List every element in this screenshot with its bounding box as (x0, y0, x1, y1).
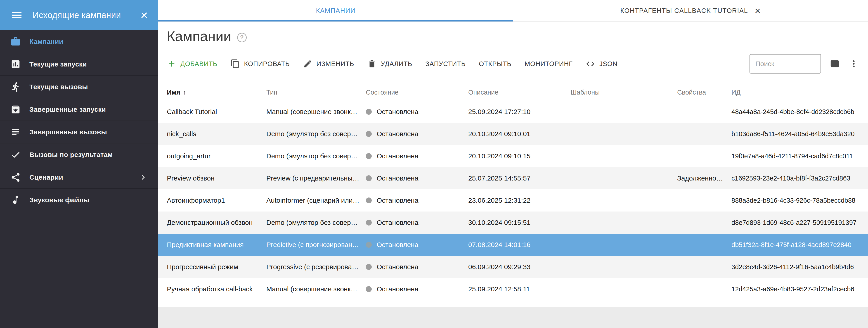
column-settings-icon[interactable] (830, 59, 840, 69)
app: { "glyphs": { "close": "×", "help": "?",… (0, 0, 868, 328)
add-button[interactable]: ДОБАВИТЬ (167, 59, 217, 68)
table-row[interactable]: nick_calls Demo (эмулятор без совер… Ост… (158, 123, 868, 145)
tab-bar: КАМПАНИИ КОНТРАГЕНТЫ CALLBACK TUTORIAL × (158, 0, 868, 22)
tab-campaigns[interactable]: КАМПАНИИ (158, 0, 513, 22)
table-row[interactable]: Callback Tutorial Manual (совершение зво… (158, 101, 868, 123)
cell-state: Остановлена (366, 285, 468, 293)
cell-type: Predictive (с прогнозирован… (266, 241, 366, 248)
button-label: ЗАПУСТИТЬ (425, 60, 466, 68)
search-input[interactable] (749, 54, 821, 73)
column-header-id[interactable]: ИД (732, 89, 861, 96)
status-text: Остановлена (377, 152, 418, 160)
cell-type: Manual (совершение звонк… (266, 285, 366, 293)
table-row[interactable]: Ручная обработка call-back Manual (совер… (158, 278, 868, 300)
status-text: Остановлена (377, 263, 418, 271)
chevron-right-icon (138, 173, 148, 182)
status-dot-icon (366, 198, 372, 203)
status-text: Остановлена (377, 130, 418, 138)
sidebar-item-current-calls[interactable]: Текущие вызовы (0, 76, 158, 98)
cell-id: d8e7d893-1d69-48c6-a227-509195191397 (732, 219, 861, 227)
status-text: Остановлена (377, 241, 418, 248)
sidebar-item-finished-calls[interactable]: Завершенные вызовы (0, 121, 158, 143)
hamburger-menu-icon[interactable] (10, 9, 23, 22)
column-header-type[interactable]: Тип (266, 89, 366, 96)
json-button[interactable]: JSON (586, 59, 618, 68)
check-icon (10, 150, 21, 160)
cell-type: Demo (эмулятор без совер… (266, 152, 366, 160)
cell-type: Progressive (с резервирова… (266, 263, 366, 271)
status-text: Остановлена (377, 108, 418, 116)
sidebar-item-scenarios[interactable]: Сценарии (0, 166, 158, 189)
column-header-state[interactable]: Состояние (366, 89, 468, 96)
table-row[interactable]: Демонстрационный обзвон Demo (эмулятор б… (158, 211, 868, 234)
tab-contractors-callback-tutorial[interactable]: КОНТРАГЕНТЫ CALLBACK TUTORIAL × (513, 0, 868, 22)
cell-description: 30.10.2024 09:15:51 (468, 219, 571, 227)
bar-chart-icon (10, 59, 21, 69)
table-row[interactable]: Автоинформатор1 Autoinformer (сценарий и… (158, 189, 868, 211)
status-text: Остановлена (377, 219, 418, 227)
status-dot-icon (366, 286, 372, 292)
delete-button[interactable]: УДАЛИТЬ (367, 59, 412, 68)
cell-type: Demo (эмулятор без совер… (266, 219, 366, 227)
cell-type: Manual (совершение звонк… (266, 108, 366, 116)
sidebar-item-current-runs[interactable]: Текущие запуски (0, 53, 158, 76)
cell-description: 23.06.2025 12:31:22 (468, 197, 571, 204)
copy-button[interactable]: КОПИРОВАТЬ (230, 59, 290, 68)
status-text: Остановлена (377, 174, 418, 182)
toolbar: ДОБАВИТЬ КОПИРОВАТЬ ИЗМЕНИТЬ УДАЛИТЬ ЗАП… (158, 44, 868, 73)
cell-id: 12d425a3-a69e-4b83-9527-2d23af2cecb6 (732, 286, 861, 293)
monitoring-button[interactable]: МОНИТОРИНГ (525, 60, 572, 68)
column-header-description[interactable]: Описание (468, 89, 571, 96)
cell-description: 25.09.2024 12:58:11 (468, 285, 571, 293)
cell-id: db51f32a-8f1e-475f-a128-4aed897e2840 (732, 241, 861, 248)
sidebar-item-label: Текущие вызовы (29, 83, 88, 91)
table-row[interactable]: Прогрессивный режим Progressive (с резер… (158, 256, 868, 278)
sidebar-item-calls-by-results[interactable]: Вызовы по результатам (0, 143, 158, 166)
cell-name: nick_calls (167, 130, 266, 138)
cell-name: Демонстрационный обзвон (167, 219, 266, 227)
start-button[interactable]: ЗАПУСТИТЬ (425, 60, 466, 68)
cell-description: 06.09.2024 09:29:33 (468, 263, 571, 271)
cell-description: 25.09.2024 17:27:10 (468, 108, 571, 116)
open-button[interactable]: ОТКРЫТЬ (479, 60, 512, 68)
tab-close-icon[interactable]: × (755, 6, 761, 16)
table-row[interactable]: Предиктивная кампания Predictive (с прог… (158, 234, 868, 256)
cell-description: 20.10.2024 09:10:15 (468, 152, 571, 160)
kebab-menu-icon[interactable] (848, 59, 859, 69)
sidebar-item-label: Кампании (29, 38, 63, 46)
cell-name: Ручная обработка call-back (167, 285, 266, 293)
help-icon[interactable]: ? (237, 33, 247, 42)
sidebar-nav: Кампании Текущие запуски Текущие вызовы … (0, 30, 158, 211)
button-label: ИЗМЕНИТЬ (316, 60, 354, 68)
music-note-icon (10, 195, 21, 205)
edit-button[interactable]: ИЗМЕНИТЬ (303, 59, 354, 68)
cell-name: Автоинформатор1 (167, 197, 266, 204)
column-header-templates[interactable]: Шаблоны (571, 89, 677, 96)
status-dot-icon (366, 131, 372, 137)
sidebar-item-audio-files[interactable]: Звуковые файлы (0, 189, 158, 211)
column-header-properties[interactable]: Свойства (677, 89, 732, 96)
table-row[interactable]: outgoing_artur Demo (эмулятор без совер…… (158, 145, 868, 167)
sidebar-item-campaigns[interactable]: Кампании (0, 30, 158, 53)
button-label: МОНИТОРИНГ (525, 60, 572, 68)
cell-state: Остановлена (366, 174, 468, 182)
trash-icon (367, 59, 377, 68)
sidebar-item-label: Завершенные вызовы (29, 128, 107, 136)
sidebar-close-icon[interactable]: × (141, 9, 148, 22)
button-label: ДОБАВИТЬ (180, 60, 217, 68)
sidebar: Исходящие кампании × Кампании Текущие за… (0, 0, 158, 328)
sidebar-title: Исходящие кампании (33, 10, 121, 20)
cell-state: Остановлена (366, 130, 468, 138)
button-label: ОТКРЫТЬ (479, 60, 512, 68)
cell-state: Остановлена (366, 219, 468, 227)
table-row[interactable]: Preview обзвон Preview (с предварительны… (158, 167, 868, 189)
sidebar-item-label: Вызовы по результатам (29, 151, 113, 158)
cell-id: 888a3de2-b816-4c33-926c-78a5beccdb88 (732, 197, 861, 204)
cell-description: 20.10.2024 09:10:01 (468, 130, 571, 138)
share-icon (10, 172, 21, 183)
sidebar-item-finished-runs[interactable]: Завершенные запуски (0, 98, 158, 121)
sidebar-item-label: Текущие запуски (29, 60, 87, 68)
status-dot-icon (366, 220, 372, 226)
cell-type: Preview (с предварительны… (266, 174, 366, 182)
column-header-name[interactable]: Имя ↑ (167, 89, 266, 96)
